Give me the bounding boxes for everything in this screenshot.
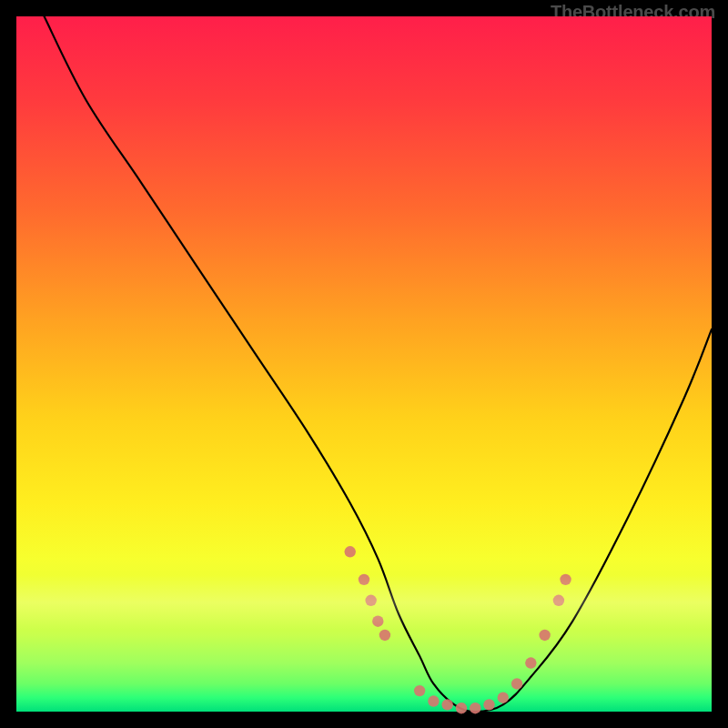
marker-dot — [428, 695, 439, 706]
chart-svg — [16, 16, 712, 712]
highlighted-points — [345, 546, 571, 713]
marker-dot — [379, 630, 390, 641]
marker-dot — [539, 630, 550, 641]
marker-dot — [498, 693, 509, 703]
marker-dot — [345, 546, 356, 557]
marker-dot — [483, 699, 494, 710]
marker-dot — [553, 595, 564, 606]
marker-dot — [511, 678, 522, 689]
marker-dot — [372, 615, 383, 626]
plot-area — [16, 16, 712, 712]
marker-dot — [359, 574, 369, 585]
marker-dot — [456, 703, 467, 713]
marker-dot — [414, 685, 425, 696]
marker-dot — [560, 574, 571, 585]
marker-dot — [470, 703, 480, 713]
marker-dot — [525, 657, 536, 668]
marker-dot — [365, 595, 376, 606]
marker-dot — [441, 699, 452, 710]
bottleneck-curve — [45, 16, 712, 712]
chart-stage: TheBottleneck.com — [0, 0, 728, 728]
